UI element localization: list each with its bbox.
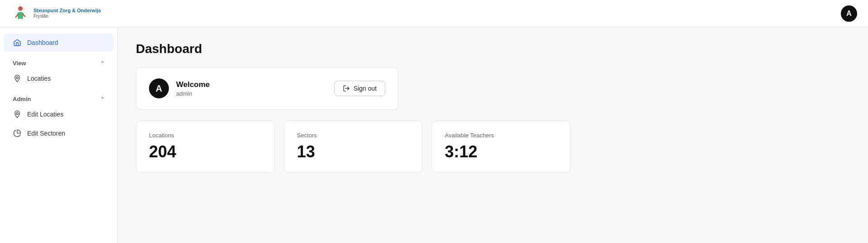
svg-point-1 bbox=[16, 77, 19, 79]
sign-out-button[interactable]: Sign out bbox=[334, 81, 385, 96]
stat-label-sectors: Sectors bbox=[297, 132, 410, 139]
admin-section-label: Admin bbox=[13, 96, 31, 102]
sign-out-label: Sign out bbox=[354, 85, 377, 92]
welcome-info: Welcome admin bbox=[176, 80, 210, 97]
sidebar: Dashboard View ⌃ Locaties Admin ⌃ bbox=[0, 27, 118, 243]
sidebar-item-edit-locaties-label: Edit Locaties bbox=[27, 111, 63, 118]
stat-card-locations: Locations 204 bbox=[136, 121, 275, 173]
location-icon bbox=[13, 74, 22, 83]
sidebar-item-locaties-label: Locaties bbox=[27, 75, 51, 82]
welcome-left: A Welcome admin bbox=[149, 78, 210, 98]
stat-card-teachers: Available Teachers 3:12 bbox=[432, 121, 571, 173]
stat-card-sectors: Sectors 13 bbox=[284, 121, 423, 173]
sidebar-item-edit-sectoren[interactable]: Edit Sectoren bbox=[4, 124, 114, 142]
sidebar-item-dashboard-label: Dashboard bbox=[27, 39, 58, 46]
chevron-up-icon-admin: ⌃ bbox=[100, 96, 105, 102]
stats-grid: Locations 204 Sectors 13 Available Teach… bbox=[136, 121, 571, 173]
welcome-title: Welcome bbox=[176, 80, 210, 89]
view-section-label: View bbox=[13, 60, 26, 67]
home-icon bbox=[13, 38, 22, 47]
sidebar-section-admin: Admin ⌃ bbox=[4, 91, 114, 104]
sidebar-section-view: View ⌃ bbox=[4, 55, 114, 68]
main-content: Dashboard A Welcome admin Sign out bbox=[118, 27, 868, 243]
stat-value-locations: 204 bbox=[149, 142, 262, 161]
stat-value-teachers: 3:12 bbox=[445, 142, 557, 161]
welcome-avatar: A bbox=[149, 78, 169, 98]
sidebar-item-locaties[interactable]: Locaties bbox=[4, 69, 114, 87]
logo-text: Steunpunt Zorg & Onderwijs Fryslân bbox=[34, 8, 101, 19]
svg-point-0 bbox=[18, 6, 23, 11]
stat-label-teachers: Available Teachers bbox=[445, 132, 557, 139]
org-name: Steunpunt Zorg & Onderwijs bbox=[34, 8, 101, 14]
pie-icon bbox=[13, 129, 22, 138]
user-avatar[interactable]: A bbox=[841, 5, 857, 22]
page-title: Dashboard bbox=[136, 42, 850, 56]
stat-label-locations: Locations bbox=[149, 132, 262, 139]
welcome-username: admin bbox=[176, 90, 210, 97]
sign-out-icon bbox=[343, 85, 350, 92]
stat-value-sectors: 13 bbox=[297, 142, 410, 161]
edit-location-icon bbox=[13, 110, 22, 119]
welcome-card: A Welcome admin Sign out bbox=[136, 67, 398, 110]
svg-point-2 bbox=[16, 112, 19, 115]
org-sub: Fryslân bbox=[34, 14, 101, 19]
chevron-up-icon: ⌃ bbox=[100, 60, 105, 67]
main-layout: Dashboard View ⌃ Locaties Admin ⌃ bbox=[0, 27, 868, 243]
logo-area: Steunpunt Zorg & Onderwijs Fryslân bbox=[11, 4, 101, 23]
sidebar-item-edit-sectoren-label: Edit Sectoren bbox=[27, 130, 65, 137]
sidebar-item-edit-locaties[interactable]: Edit Locaties bbox=[4, 105, 114, 123]
app-header: Steunpunt Zorg & Onderwijs Fryslân A bbox=[0, 0, 868, 27]
sidebar-item-dashboard[interactable]: Dashboard bbox=[4, 34, 114, 52]
logo-icon bbox=[11, 4, 30, 23]
